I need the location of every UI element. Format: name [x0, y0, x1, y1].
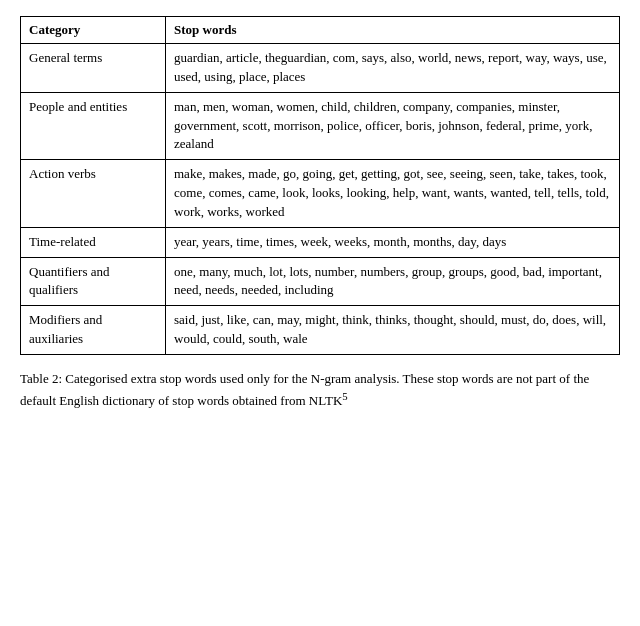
stopwords-cell: year, years, time, times, week, weeks, m… — [166, 227, 620, 257]
stopwords-cell: one, many, much, lot, lots, number, numb… — [166, 257, 620, 306]
category-cell: General terms — [21, 44, 166, 93]
stopwords-cell: said, just, like, can, may, might, think… — [166, 306, 620, 355]
stopwords-cell: make, makes, made, go, going, get, getti… — [166, 160, 620, 228]
caption-text: Categorised extra stop words used only f… — [20, 371, 589, 409]
stopwords-cell: guardian, article, theguardian, com, say… — [166, 44, 620, 93]
table-header-row: Category Stop words — [21, 17, 620, 44]
caption-footnote: 5 — [342, 390, 347, 402]
table-row: Modifiers and auxiliariessaid, just, lik… — [21, 306, 620, 355]
table-caption: Table 2: Categorised extra stop words us… — [20, 369, 620, 411]
table-row: Time-relatedyear, years, time, times, we… — [21, 227, 620, 257]
table-row: Action verbsmake, makes, made, go, going… — [21, 160, 620, 228]
column-header-stopwords: Stop words — [166, 17, 620, 44]
stopwords-cell: man, men, woman, women, child, children,… — [166, 92, 620, 160]
table-row: People and entitiesman, men, woman, wome… — [21, 92, 620, 160]
category-cell: Time-related — [21, 227, 166, 257]
stop-words-table: Category Stop words General termsguardia… — [20, 16, 620, 355]
table-row: Quantifiers and qualifiersone, many, muc… — [21, 257, 620, 306]
category-cell: Quantifiers and qualifiers — [21, 257, 166, 306]
caption-label: Table 2: — [20, 371, 62, 386]
table-container: Category Stop words General termsguardia… — [20, 16, 620, 355]
column-header-category: Category — [21, 17, 166, 44]
category-cell: People and entities — [21, 92, 166, 160]
category-cell: Action verbs — [21, 160, 166, 228]
category-cell: Modifiers and auxiliaries — [21, 306, 166, 355]
table-row: General termsguardian, article, theguard… — [21, 44, 620, 93]
